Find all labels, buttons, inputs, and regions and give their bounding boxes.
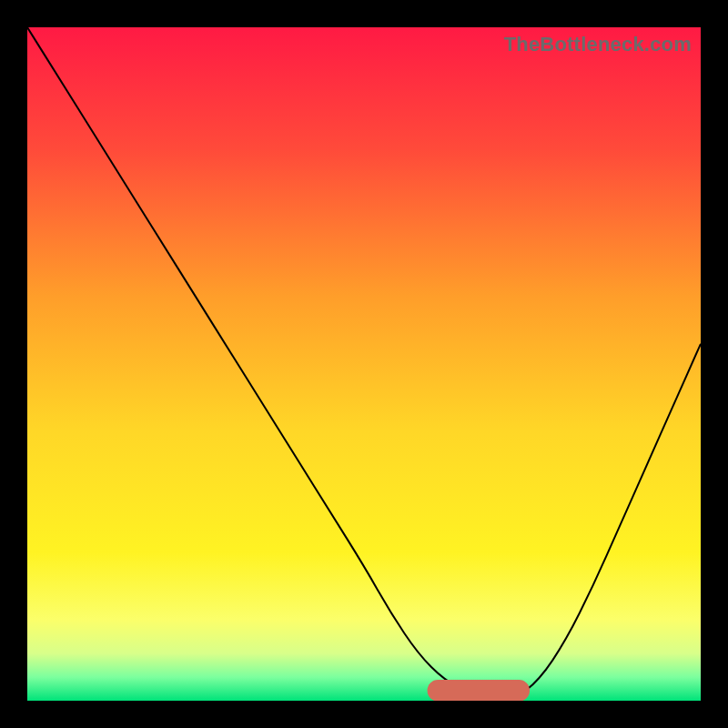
plot-area: TheBottleneck.com: [27, 27, 701, 701]
chart-frame: TheBottleneck.com: [0, 0, 728, 728]
bottleneck-curve: [27, 27, 701, 701]
watermark-text: TheBottleneck.com: [504, 33, 692, 56]
